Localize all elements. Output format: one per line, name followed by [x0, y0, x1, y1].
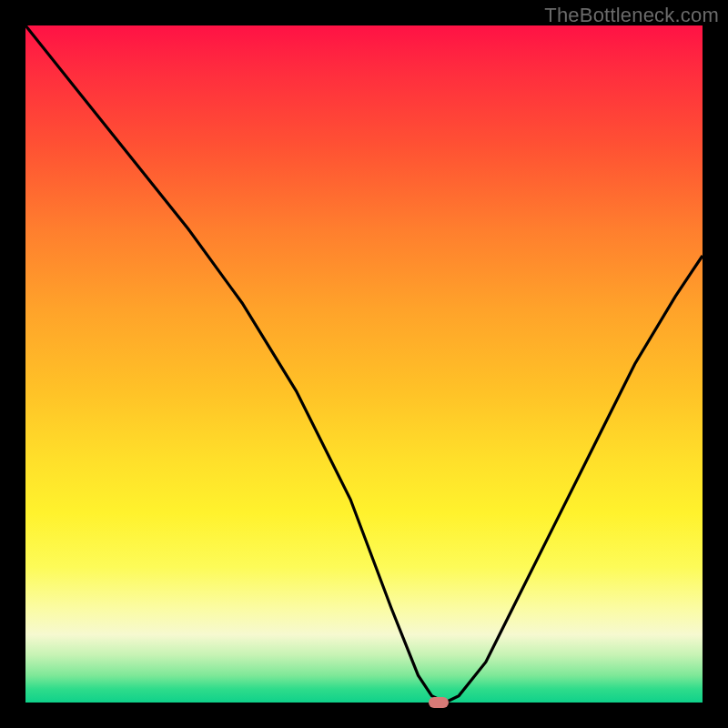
- watermark-text: TheBottleneck.com: [544, 4, 719, 27]
- chart-frame: TheBottleneck.com: [0, 0, 728, 728]
- bottleneck-curve-path: [25, 25, 703, 703]
- bottleneck-curve-svg: [25, 25, 703, 703]
- optimal-point-marker: [429, 697, 449, 708]
